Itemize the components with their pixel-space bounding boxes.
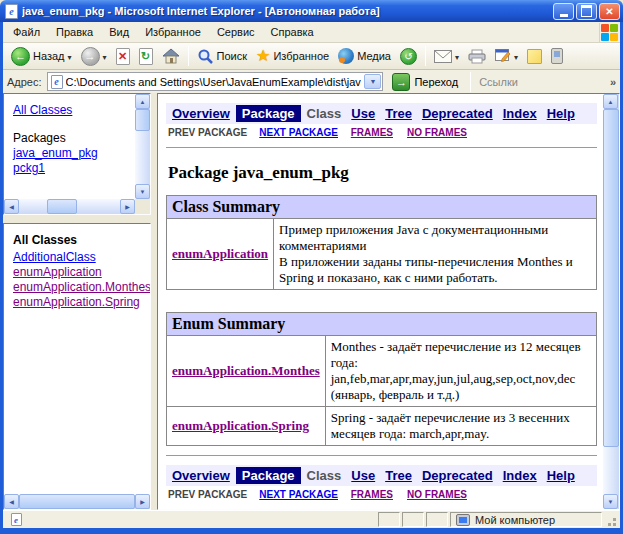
- forward-dropdown-icon[interactable]: [103, 50, 107, 62]
- scroll-down-icon[interactable]: [135, 184, 150, 199]
- stop-button[interactable]: [112, 46, 134, 67]
- mail-dropdown-icon[interactable]: [455, 50, 459, 62]
- scrollbar-thumb[interactable]: [47, 199, 77, 214]
- frames-link[interactable]: FRAMES: [351, 127, 393, 138]
- nav-help[interactable]: Help: [543, 468, 579, 483]
- class-description-cell: Пример приложения Java с документационны…: [274, 219, 597, 290]
- javadoc-subnav-bottom: PREV PACKAGE NEXT PACKAGE FRAMES NO FRAM…: [168, 489, 595, 500]
- nav-index[interactable]: Index: [499, 468, 541, 483]
- next-package-link[interactable]: NEXT PACKAGE: [259, 127, 338, 138]
- edit-dropdown-icon[interactable]: [514, 50, 518, 62]
- nav-overview[interactable]: Overview: [168, 106, 234, 121]
- messenger-icon: [551, 48, 563, 64]
- frames-link[interactable]: FRAMES: [351, 489, 393, 500]
- document-icon: [11, 513, 22, 526]
- mail-button[interactable]: [430, 48, 463, 65]
- menu-help[interactable]: Справка: [263, 24, 322, 40]
- frame-splitter[interactable]: [3, 215, 151, 223]
- nav-tree[interactable]: Tree: [381, 106, 416, 121]
- packages-frame-vertical-scrollbar[interactable]: [135, 94, 150, 199]
- scroll-down-icon[interactable]: [603, 494, 618, 509]
- back-button[interactable]: Назад: [7, 45, 76, 68]
- menu-tools[interactable]: Сервис: [209, 24, 263, 40]
- nav-help[interactable]: Help: [543, 106, 579, 121]
- stop-icon: [116, 48, 130, 65]
- enumapplication-link[interactable]: enumApplication: [172, 246, 268, 261]
- resize-grip[interactable]: [604, 514, 618, 528]
- toolbar-separator: [425, 46, 426, 66]
- nav-index[interactable]: Index: [499, 106, 541, 121]
- no-frames-link[interactable]: NO FRAMES: [407, 127, 467, 138]
- refresh-button[interactable]: [135, 46, 157, 67]
- no-frames-link[interactable]: NO FRAMES: [407, 489, 467, 500]
- home-button[interactable]: [158, 46, 184, 66]
- enum-spring-description: Spring - задаёт перечисление из 3 весенн…: [325, 407, 596, 446]
- scroll-left-icon[interactable]: [4, 494, 19, 509]
- menu-view[interactable]: Вид: [101, 24, 137, 40]
- scroll-up-icon[interactable]: [135, 94, 150, 109]
- minimize-button[interactable]: [553, 3, 574, 20]
- scrollbar-corner: [135, 199, 150, 214]
- nav-class: Class: [303, 468, 346, 483]
- scroll-up-icon[interactable]: [603, 94, 618, 109]
- nav-tree[interactable]: Tree: [381, 468, 416, 483]
- scroll-right-icon[interactable]: [120, 199, 135, 214]
- menu-edit[interactable]: Правка: [48, 24, 101, 40]
- menu-file[interactable]: Файл: [5, 24, 48, 40]
- media-button[interactable]: Медиа: [334, 46, 395, 66]
- all-classes-heading: All Classes: [13, 233, 148, 248]
- packages-frame-horizontal-scrollbar[interactable]: [4, 199, 135, 214]
- close-button[interactable]: [599, 3, 620, 20]
- messenger-button[interactable]: [547, 46, 567, 66]
- all-classes-frame: All Classes AdditionalClass enumApplicat…: [3, 223, 151, 510]
- all-classes-horizontal-scrollbar[interactable]: [4, 494, 150, 509]
- back-dropdown-icon[interactable]: [68, 50, 72, 62]
- my-computer-icon: [456, 514, 470, 526]
- address-input[interactable]: [66, 76, 362, 88]
- javadoc-navbar-top: Overview Package Class Use Tree Deprecat…: [166, 103, 597, 124]
- next-package-link[interactable]: NEXT PACKAGE: [259, 489, 338, 500]
- class-link-enumapplication-spring[interactable]: enumApplication.Spring: [13, 295, 148, 310]
- title-bar[interactable]: java_enum_pkg - Microsoft Internet Explo…: [0, 0, 623, 22]
- package-link-pckg1[interactable]: pckg1: [13, 161, 133, 176]
- scroll-right-icon[interactable]: [135, 494, 150, 509]
- edit-button[interactable]: [491, 47, 522, 65]
- status-bar: Мой компьютер: [3, 510, 620, 528]
- scrollbar-thumb[interactable]: [603, 109, 619, 447]
- class-link-enumapplication[interactable]: enumApplication: [13, 265, 148, 280]
- home-icon: [162, 48, 180, 64]
- forward-icon: [81, 47, 100, 66]
- media-label: Медиа: [357, 50, 391, 62]
- menu-favorites[interactable]: Избранное: [137, 24, 209, 40]
- all-classes-link[interactable]: All Classes: [13, 103, 72, 117]
- toolbar-overflow-chevron[interactable]: »: [610, 76, 616, 88]
- address-dropdown-icon[interactable]: [364, 74, 381, 89]
- search-button[interactable]: Поиск: [193, 46, 251, 67]
- class-description-line2: В приложении заданы типы-перечисления Mo…: [279, 254, 573, 285]
- favorites-button[interactable]: Избранное: [252, 46, 333, 66]
- table-header-row: Enum Summary: [167, 313, 597, 336]
- nav-deprecated[interactable]: Deprecated: [418, 106, 497, 121]
- scrollbar-thumb[interactable]: [19, 494, 135, 509]
- class-link-additionalclass[interactable]: AdditionalClass: [13, 250, 148, 265]
- scrollbar-thumb[interactable]: [135, 109, 150, 131]
- links-label[interactable]: Ссылки: [479, 76, 518, 88]
- nav-use[interactable]: Use: [347, 468, 379, 483]
- enumapplication-monthes-link[interactable]: enumApplication.Monthes: [172, 363, 320, 378]
- maximize-button[interactable]: [576, 3, 597, 20]
- forward-button[interactable]: [77, 45, 111, 68]
- nav-deprecated[interactable]: Deprecated: [418, 468, 497, 483]
- history-button[interactable]: [396, 46, 421, 67]
- nav-overview[interactable]: Overview: [168, 468, 234, 483]
- print-button[interactable]: [464, 47, 490, 66]
- package-link-java-enum-pkg[interactable]: java_enum_pkg: [13, 146, 133, 161]
- enumapplication-spring-link[interactable]: enumApplication.Spring: [172, 418, 309, 433]
- browser-window: java_enum_pkg - Microsoft Internet Explo…: [0, 0, 623, 534]
- go-button[interactable]: Переход: [388, 72, 462, 92]
- nav-class: Class: [303, 106, 346, 121]
- scroll-left-icon[interactable]: [4, 199, 19, 214]
- main-frame-vertical-scrollbar[interactable]: [603, 94, 619, 509]
- nav-use[interactable]: Use: [347, 106, 379, 121]
- class-link-enumapplication-monthes[interactable]: enumApplication.Monthes: [13, 280, 148, 295]
- discuss-button[interactable]: [523, 47, 546, 66]
